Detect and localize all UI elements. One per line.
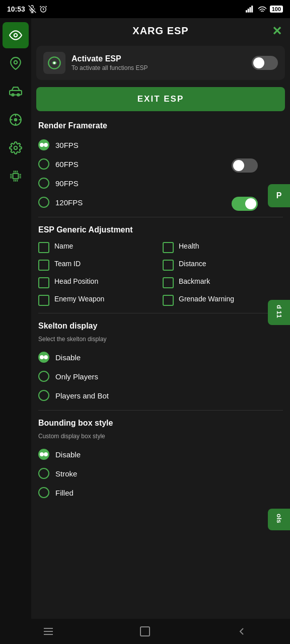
eye-icon xyxy=(9,29,22,42)
skelton-playersbot-radio[interactable] xyxy=(38,390,49,401)
bottom-nav xyxy=(0,619,290,644)
skelton-disable-label: Disable xyxy=(55,353,81,362)
esp-distance-option[interactable]: Distance xyxy=(163,259,283,271)
exit-esp-button[interactable]: EXIT ESP xyxy=(36,87,285,111)
crosshair-icon xyxy=(9,113,22,126)
bbox-disable-option[interactable]: Disable xyxy=(38,445,283,464)
skelton-onlyplayers-label: Only Players xyxy=(55,372,98,381)
fps-120-toggle[interactable] xyxy=(232,197,258,211)
bbox-filled-label: Filled xyxy=(55,489,74,497)
nav-back[interactable] xyxy=(232,621,252,641)
esp-headposition-label: Head Position xyxy=(54,277,98,286)
sidebar-item-location[interactable] xyxy=(3,50,29,76)
skelton-onlyplayers-radio[interactable] xyxy=(38,371,49,382)
divider-1 xyxy=(38,217,283,217)
bbox-disable-radio[interactable] xyxy=(38,449,49,460)
signal-icon xyxy=(246,6,255,13)
esp-name-checkbox[interactable] xyxy=(38,242,49,253)
main-content: XARG ESP ✕ Activate ESP To activate all … xyxy=(31,18,290,619)
svg-point-23 xyxy=(53,62,56,64)
svg-point-20 xyxy=(14,146,18,150)
skelton-playersbot-option[interactable]: Players and Bot xyxy=(38,386,283,405)
skelton-sub: Select the skelton display xyxy=(38,336,283,343)
esp-grenadewarning-label: Grenade Warning xyxy=(179,294,234,303)
esp-enemyweapon-label: Enemy Weapon xyxy=(54,294,104,303)
float-btn-ols[interactable]: ols xyxy=(268,509,290,530)
nav-home[interactable] xyxy=(135,621,155,641)
esp-teamid-label: Team ID xyxy=(54,259,81,268)
bbox-stroke-option[interactable]: Stroke xyxy=(38,464,283,483)
activate-esp-toggle[interactable] xyxy=(252,56,278,70)
esp-teamid-option[interactable]: Team ID xyxy=(38,259,159,271)
esp-enemyweapon-checkbox[interactable] xyxy=(38,295,49,306)
float-btn-d11[interactable]: d 11 xyxy=(268,300,290,325)
fps-30-option[interactable]: 30FPS xyxy=(38,135,283,154)
bounding-box-sub: Custom display box style xyxy=(38,433,283,440)
esp-backmark-checkbox[interactable] xyxy=(163,277,174,288)
sidebar-item-vehicle[interactable] xyxy=(3,78,29,105)
status-right: 100 xyxy=(246,6,283,13)
svg-rect-7 xyxy=(249,7,251,13)
fps-90-radio[interactable] xyxy=(38,178,49,189)
svg-rect-8 xyxy=(251,6,253,13)
wifi-icon xyxy=(258,6,267,13)
skelton-disable-radio[interactable] xyxy=(38,352,49,363)
bottom-spacer xyxy=(31,504,290,534)
fps-30-radio[interactable] xyxy=(38,139,49,150)
nav-menu[interactable] xyxy=(38,621,58,641)
fps-90-option[interactable]: 90FPS xyxy=(38,174,283,193)
float-btn-p[interactable]: P xyxy=(268,184,290,207)
render-framerate-section: Render Framerate 30FPS 60FPS 90FPS xyxy=(31,116,290,214)
sidebar-item-esp[interactable] xyxy=(3,22,29,48)
fps-60-radio[interactable] xyxy=(38,158,49,170)
fps-120-radio[interactable] xyxy=(38,197,49,208)
esp-distance-checkbox[interactable] xyxy=(163,260,174,271)
skelton-disable-option[interactable]: Disable xyxy=(38,348,283,367)
float-btn-p-label: P xyxy=(276,191,282,200)
menu-icon xyxy=(42,625,54,637)
esp-name-option[interactable]: Name xyxy=(38,242,159,253)
esp-teamid-checkbox[interactable] xyxy=(38,260,49,271)
bbox-stroke-radio[interactable] xyxy=(38,468,49,479)
esp-generic-title: ESP Generic Adjustment xyxy=(38,225,283,234)
esp-generic-section: ESP Generic Adjustment Name Health Team … xyxy=(31,220,290,310)
bbox-filled-radio[interactable] xyxy=(38,487,49,498)
activate-esp-card: Activate ESP To activate all functions E… xyxy=(36,46,285,80)
activate-esp-title: Activate ESP xyxy=(71,54,246,63)
status-bar: 10:53 100 xyxy=(0,0,290,18)
fps-60-toggle[interactable] xyxy=(232,158,258,173)
bbox-filled-option[interactable]: Filled xyxy=(38,483,283,502)
esp-health-checkbox[interactable] xyxy=(163,242,174,253)
svg-rect-27 xyxy=(140,627,150,636)
alarm-icon xyxy=(39,5,47,13)
esp-enemyweapon-option[interactable]: Enemy Weapon xyxy=(38,294,159,306)
esp-backmark-option[interactable]: Backmark xyxy=(163,277,283,288)
esp-health-option[interactable]: Health xyxy=(163,242,283,253)
esp-grenadewarning-checkbox[interactable] xyxy=(163,295,174,306)
activate-esp-subtitle: To activate all functions ESP xyxy=(71,64,246,71)
bbox-disable-label: Disable xyxy=(55,450,81,459)
divider-2 xyxy=(38,313,283,313)
close-button[interactable]: ✕ xyxy=(272,24,282,38)
square-icon xyxy=(139,625,151,637)
status-left: 10:53 xyxy=(7,5,47,13)
esp-headposition-checkbox[interactable] xyxy=(38,277,49,288)
sidebar-item-settings[interactable] xyxy=(3,135,29,161)
divider-3 xyxy=(38,410,283,411)
sidebar-item-hardware[interactable] xyxy=(3,163,29,189)
bbox-stroke-label: Stroke xyxy=(55,469,77,478)
esp-grenadewarning-option[interactable]: Grenade Warning xyxy=(163,294,283,306)
activate-esp-icon xyxy=(43,52,65,74)
esp-generic-grid: Name Health Team ID Distance Head Positi… xyxy=(38,239,283,308)
fps-120-label: 120FPS xyxy=(55,198,83,207)
svg-point-9 xyxy=(14,34,18,37)
sidebar-item-aimbot[interactable] xyxy=(3,107,29,133)
esp-name-label: Name xyxy=(54,242,73,251)
fps-120-row: 120FPS xyxy=(38,193,283,212)
svg-point-10 xyxy=(14,61,18,64)
esp-headposition-option[interactable]: Head Position xyxy=(38,277,159,288)
skelton-onlyplayers-option[interactable]: Only Players xyxy=(38,367,283,386)
svg-rect-21 xyxy=(13,174,19,179)
mute-icon xyxy=(28,5,36,13)
fps-30-label: 30FPS xyxy=(55,141,79,149)
